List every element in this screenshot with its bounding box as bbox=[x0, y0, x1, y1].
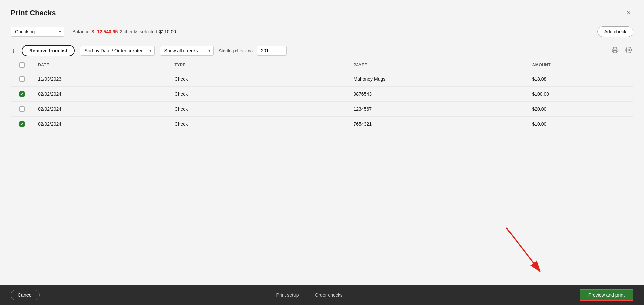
checks-table: DATE TYPE PAYEE AMOUNT 11/03/2023 Check … bbox=[11, 59, 633, 132]
footer-center: Print setup Order checks bbox=[276, 292, 343, 298]
row-payee: 1234567 bbox=[350, 102, 528, 117]
balance-info: Balance $ -12,540.95 2 checks selected $… bbox=[72, 29, 176, 34]
starting-check-label: Starting check no. bbox=[219, 48, 254, 53]
row-checkbox-cell bbox=[11, 117, 34, 132]
footer-bar: Cancel Print setup Order checks Preview … bbox=[0, 285, 644, 305]
show-checks-select[interactable]: Show all checks bbox=[160, 46, 214, 56]
header-amount: AMOUNT bbox=[528, 59, 633, 71]
header-type: TYPE bbox=[171, 59, 350, 71]
preview-print-button[interactable]: Preview and print bbox=[580, 289, 633, 301]
row-checkbox-0[interactable] bbox=[19, 76, 25, 82]
row-date: 02/02/2024 bbox=[34, 117, 171, 132]
row-amount: $18.08 bbox=[528, 71, 633, 87]
filters-row: ↓ Remove from list Sort by Date / Order … bbox=[0, 42, 644, 59]
modal-header: Print Checks × bbox=[0, 0, 644, 23]
print-checks-modal: Print Checks × Checking ▾ Balance $ -12,… bbox=[0, 0, 644, 305]
row-date: 02/02/2024 bbox=[34, 102, 171, 117]
gear-icon bbox=[625, 47, 632, 53]
row-date: 02/02/2024 bbox=[34, 87, 171, 102]
table-container: DATE TYPE PAYEE AMOUNT 11/03/2023 Check … bbox=[0, 59, 644, 292]
row-checkbox-cell bbox=[11, 87, 34, 102]
icon-buttons bbox=[610, 45, 633, 56]
settings-icon-button[interactable] bbox=[624, 45, 633, 56]
svg-point-1 bbox=[628, 49, 630, 51]
checks-amount: $110.00 bbox=[159, 29, 176, 34]
row-checkbox-1[interactable] bbox=[19, 91, 25, 97]
close-button[interactable]: × bbox=[624, 8, 633, 18]
table-row: 11/03/2023 Check Mahoney Mugs $18.08 bbox=[11, 71, 633, 87]
table-row: 02/02/2024 Check 7654321 $10.00 bbox=[11, 117, 633, 132]
footer-left: Cancel bbox=[11, 290, 40, 300]
checks-selected-label: 2 checks selected bbox=[120, 29, 157, 34]
print-icon-button[interactable] bbox=[610, 45, 620, 56]
row-checkbox-3[interactable] bbox=[19, 121, 25, 127]
select-all-checkbox[interactable] bbox=[19, 62, 25, 68]
table-row: 02/02/2024 Check 9876543 $100.00 bbox=[11, 87, 633, 102]
starting-check-input[interactable] bbox=[257, 46, 287, 56]
row-checkbox-cell bbox=[11, 102, 34, 117]
printer-icon bbox=[612, 47, 619, 53]
cancel-button[interactable]: Cancel bbox=[11, 290, 40, 300]
remove-from-list-button[interactable]: Remove from list bbox=[22, 45, 75, 56]
order-checks-button[interactable]: Order checks bbox=[315, 292, 343, 298]
show-checks-wrapper: Show all checks ▾ bbox=[160, 46, 214, 56]
starting-check-group: Starting check no. bbox=[219, 46, 287, 56]
balance-amount: $ -12,540.95 bbox=[92, 29, 118, 34]
row-amount: $10.00 bbox=[528, 117, 633, 132]
svg-rect-0 bbox=[613, 50, 617, 53]
row-amount: $100.00 bbox=[528, 87, 633, 102]
print-setup-button[interactable]: Print setup bbox=[276, 292, 299, 298]
header-date: DATE bbox=[34, 59, 171, 71]
table-header-row: DATE TYPE PAYEE AMOUNT bbox=[11, 59, 633, 71]
header-payee: PAYEE bbox=[350, 59, 528, 71]
row-payee: 7654321 bbox=[350, 117, 528, 132]
row-payee: Mahoney Mugs bbox=[350, 71, 528, 87]
row-type: Check bbox=[171, 71, 350, 87]
row-checkbox-2[interactable] bbox=[19, 106, 25, 112]
account-select[interactable]: Checking bbox=[11, 27, 64, 37]
row-payee: 9876543 bbox=[350, 87, 528, 102]
row-type: Check bbox=[171, 87, 350, 102]
row-amount: $20.00 bbox=[528, 102, 633, 117]
row-date: 11/03/2023 bbox=[34, 71, 171, 87]
table-row: 02/02/2024 Check 1234567 $20.00 bbox=[11, 102, 633, 117]
row-checkbox-cell bbox=[11, 71, 34, 87]
sort-select-wrapper: Sort by Date / Order created ▾ bbox=[80, 46, 155, 56]
toolbar-row: Checking ▾ Balance $ -12,540.95 2 checks… bbox=[0, 23, 644, 42]
account-select-wrapper: Checking ▾ bbox=[11, 27, 64, 37]
balance-label: Balance bbox=[72, 29, 90, 34]
row-type: Check bbox=[171, 102, 350, 117]
modal-title: Print Checks bbox=[11, 9, 56, 17]
header-checkbox-cell bbox=[11, 59, 34, 71]
sort-direction-button[interactable]: ↓ bbox=[11, 46, 16, 56]
add-check-button[interactable]: Add check bbox=[597, 26, 633, 37]
row-type: Check bbox=[171, 117, 350, 132]
sort-select[interactable]: Sort by Date / Order created bbox=[80, 46, 155, 56]
